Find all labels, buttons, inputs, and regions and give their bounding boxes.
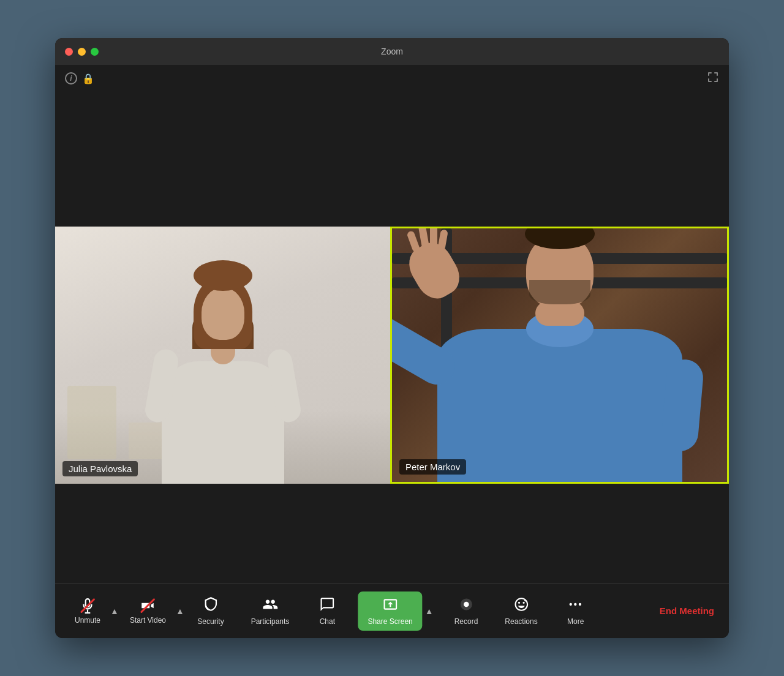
meeting-top-bar: i 🔒 xyxy=(55,65,729,92)
meeting-info-area: i 🔒 xyxy=(65,72,94,85)
microphone-muted-icon xyxy=(80,598,96,614)
unmute-button[interactable]: Unmute xyxy=(67,593,108,629)
reactions-icon xyxy=(513,596,529,615)
toolbar-center: Security Participants Chat xyxy=(190,592,594,631)
toolbar-right: End Meeting xyxy=(657,601,717,621)
reactions-button[interactable]: Reactions xyxy=(497,592,545,631)
reactions-label: Reactions xyxy=(505,617,537,626)
unmute-group: Unmute ▲ xyxy=(67,593,120,629)
security-button[interactable]: Security xyxy=(190,592,231,631)
more-icon xyxy=(568,596,584,615)
start-video-chevron[interactable]: ▲ xyxy=(175,601,186,621)
security-icon xyxy=(203,596,219,615)
lock-icon: 🔒 xyxy=(82,73,94,85)
security-label: Security xyxy=(197,617,224,626)
participants-label: Participants xyxy=(251,617,290,626)
window-title: Zoom xyxy=(381,47,403,56)
unmute-chevron[interactable]: ▲ xyxy=(109,601,120,621)
share-screen-button[interactable]: Share Screen xyxy=(358,592,422,631)
more-label: More xyxy=(567,617,584,626)
share-screen-label: Share Screen xyxy=(368,617,412,626)
participant-label-julia: Julia Pavlovska xyxy=(62,461,138,476)
record-icon xyxy=(458,596,474,615)
participants-button[interactable]: Participants xyxy=(244,592,297,631)
participants-icon xyxy=(262,596,278,615)
participant-label-peter: Peter Markov xyxy=(399,459,466,475)
fullscreen-button[interactable] xyxy=(707,71,719,86)
maximize-button[interactable] xyxy=(91,48,99,56)
info-icon[interactable]: i xyxy=(65,72,77,85)
titlebar: Zoom xyxy=(55,38,729,65)
traffic-lights xyxy=(65,48,99,56)
bottom-dark-area xyxy=(55,484,729,583)
toolbar-left: Unmute ▲ Start Video ▲ xyxy=(67,593,186,629)
video-area: Julia Pavlovska xyxy=(55,92,729,583)
svg-point-3 xyxy=(575,603,577,605)
more-button[interactable]: More xyxy=(557,592,594,631)
unmute-label: Unmute xyxy=(75,616,100,625)
share-screen-group: Share Screen ▲ xyxy=(358,592,434,631)
video-muted-icon xyxy=(140,598,156,614)
participant-tile-julia: Julia Pavlovska xyxy=(55,227,390,484)
start-video-button[interactable]: Start Video xyxy=(123,593,173,629)
minimize-button[interactable] xyxy=(78,48,86,56)
start-video-label: Start Video xyxy=(130,616,166,625)
svg-point-2 xyxy=(570,603,572,605)
participant-tile-peter: Peter Markov xyxy=(390,227,729,484)
share-screen-chevron[interactable]: ▲ xyxy=(424,601,435,621)
svg-point-4 xyxy=(579,603,581,605)
zoom-window: Zoom i 🔒 xyxy=(55,38,729,638)
record-label: Record xyxy=(454,617,478,626)
toolbar: Unmute ▲ Start Video ▲ xyxy=(55,583,729,638)
chat-icon xyxy=(319,596,335,615)
close-button[interactable] xyxy=(65,48,73,56)
video-grid: Julia Pavlovska xyxy=(55,227,729,484)
svg-point-1 xyxy=(464,601,469,607)
start-video-group: Start Video ▲ xyxy=(123,593,186,629)
chat-label: Chat xyxy=(320,617,335,626)
share-screen-icon xyxy=(382,596,398,615)
end-meeting-button[interactable]: End Meeting xyxy=(657,601,717,621)
chat-button[interactable]: Chat xyxy=(309,592,345,631)
record-button[interactable]: Record xyxy=(447,592,486,631)
top-dark-area xyxy=(55,92,729,227)
